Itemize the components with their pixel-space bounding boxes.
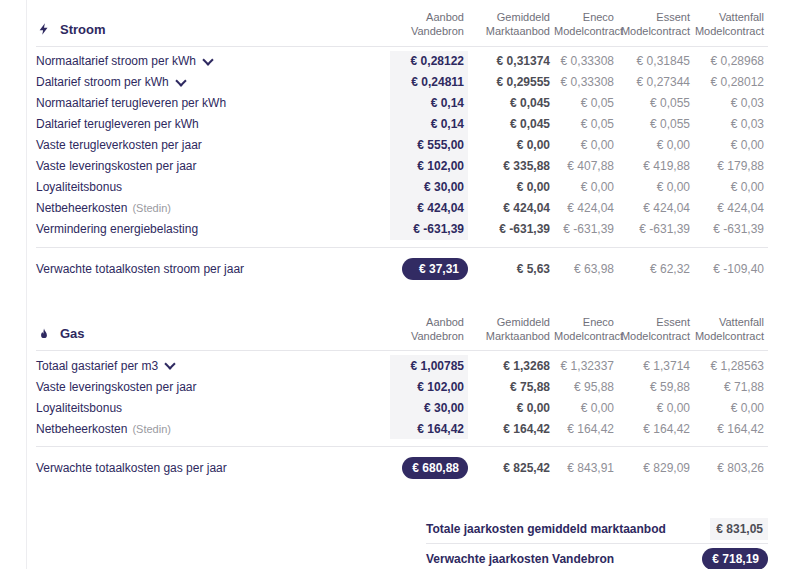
value-vattenfall: € 0,03 bbox=[694, 117, 768, 131]
total-vattenfall: € 803,26 bbox=[694, 461, 768, 475]
value-essent: € 0,00 bbox=[618, 138, 694, 152]
value-vattenfall: € 0,00 bbox=[694, 138, 768, 152]
table-row: Netbeheerkosten(Stedin) € 164,42 € 164,4… bbox=[36, 418, 768, 439]
value-eneco: € 95,88 bbox=[554, 380, 618, 394]
table-row: Loyaliteitsbonus € 30,00 € 0,00 € 0,00 €… bbox=[36, 177, 768, 198]
column-header-marktaanbod: GemiddeldMarktaanbod bbox=[468, 315, 554, 344]
value-vandebron: € 1,00785 bbox=[390, 355, 468, 376]
value-vandebron: € 102,00 bbox=[390, 156, 468, 177]
row-label-expandable[interactable]: Daltarief stroom per kWh bbox=[36, 75, 390, 89]
row-label-expandable[interactable]: Totaal gastarief per m3 bbox=[36, 359, 390, 373]
value-marktaanbod: € 424,04 bbox=[468, 201, 554, 215]
value-vandebron: € -631,39 bbox=[390, 219, 468, 240]
row-label: Loyaliteitsbonus bbox=[36, 401, 390, 415]
column-header-vandebron: AanbodVandebron bbox=[390, 315, 468, 344]
total-label: Verwachte totaalkosten gas per jaar bbox=[36, 461, 390, 475]
column-header-essent: EssentModelcontract bbox=[618, 315, 694, 344]
value-essent: € 1,3714 bbox=[618, 359, 694, 373]
column-header-vandebron: AanbodVandebron bbox=[390, 10, 468, 39]
section-gas: Gas AanbodVandebron GemiddeldMarktaanbod… bbox=[36, 311, 768, 490]
value-vattenfall: € 71,88 bbox=[694, 380, 768, 394]
gas-rows: Totaal gastarief per m3 € 1,00785 € 1,32… bbox=[36, 351, 768, 439]
value-essent: € 0,27344 bbox=[618, 75, 694, 89]
summary-row-vandebron: Verwachte jaarkosten Vandebron € 718,19 bbox=[426, 543, 768, 569]
table-row: Daltarief stroom per kWh € 0,24811 € 0,2… bbox=[36, 72, 768, 93]
value-vattenfall: € 0,28012 bbox=[694, 75, 768, 89]
column-header-vattenfall: VattenfallModelcontract bbox=[694, 315, 768, 344]
table-row: Loyaliteitsbonus € 30,00 € 0,00 € 0,00 €… bbox=[36, 397, 768, 418]
total-vandebron: € 680,88 bbox=[390, 457, 468, 479]
value-essent: € 164,42 bbox=[618, 422, 694, 436]
row-label: Vermindering energiebelasting bbox=[36, 222, 390, 236]
total-eneco: € 843,91 bbox=[554, 461, 618, 475]
chevron-down-icon[interactable] bbox=[164, 359, 175, 370]
chevron-down-icon[interactable] bbox=[202, 54, 213, 65]
row-note: (Stedin) bbox=[132, 423, 171, 435]
total-essent: € 62,32 bbox=[618, 262, 694, 276]
table-row: Normaaltarief terugleveren per kWh € 0,1… bbox=[36, 93, 768, 114]
chevron-down-icon[interactable] bbox=[175, 75, 186, 86]
value-vandebron: € 0,14 bbox=[390, 93, 468, 114]
value-marktaanbod: € 75,88 bbox=[468, 380, 554, 394]
summary-row-marktaanbod: Totale jaarkosten gemiddeld marktaanbod … bbox=[426, 514, 768, 543]
value-vattenfall: € 424,04 bbox=[694, 201, 768, 215]
stroom-rows: Normaaltarief stroom per kWh € 0,28122 €… bbox=[36, 47, 768, 240]
value-essent: € 0,055 bbox=[618, 96, 694, 110]
value-eneco: € 0,05 bbox=[554, 96, 618, 110]
row-note: (Stedin) bbox=[132, 202, 171, 214]
gas-title-cell: Gas bbox=[36, 326, 390, 343]
total-pill: € 37,31 bbox=[402, 258, 468, 280]
lightning-icon bbox=[36, 22, 51, 37]
total-eneco: € 63,98 bbox=[554, 262, 618, 276]
value-vandebron: € 424,04 bbox=[390, 198, 468, 219]
section-stroom: Stroom AanbodVandebron GemiddeldMarktaan… bbox=[36, 6, 768, 290]
summary-label: Totale jaarkosten gemiddeld marktaanbod bbox=[426, 522, 666, 536]
value-marktaanbod: € 0,00 bbox=[468, 138, 554, 152]
table-row: Daltarief terugleveren per kWh € 0,14 € … bbox=[36, 114, 768, 135]
value-essent: € 419,88 bbox=[618, 159, 694, 173]
row-label-expandable[interactable]: Normaaltarief stroom per kWh bbox=[36, 54, 390, 68]
stroom-header-row: Stroom AanbodVandebron GemiddeldMarktaan… bbox=[36, 6, 768, 47]
stroom-title-cell: Stroom bbox=[36, 22, 390, 39]
value-essent: € 0,31845 bbox=[618, 54, 694, 68]
value-essent: € -631,39 bbox=[618, 222, 694, 236]
total-vandebron: € 37,31 bbox=[390, 258, 468, 280]
value-essent: € 424,04 bbox=[618, 201, 694, 215]
value-vattenfall: € 0,00 bbox=[694, 401, 768, 415]
value-marktaanbod: € 335,88 bbox=[468, 159, 554, 173]
summary-label: Verwachte jaarkosten Vandebron bbox=[426, 552, 614, 566]
column-header-eneco: EnecoModelcontract bbox=[554, 10, 618, 39]
value-marktaanbod: € 1,3268 bbox=[468, 359, 554, 373]
row-label: Daltarief terugleveren per kWh bbox=[36, 117, 390, 131]
row-label: Vaste leveringskosten per jaar bbox=[36, 380, 390, 394]
table-row: Totaal gastarief per m3 € 1,00785 € 1,32… bbox=[36, 355, 768, 376]
value-marktaanbod: € -631,39 bbox=[468, 222, 554, 236]
table-row: Vermindering energiebelasting € -631,39 … bbox=[36, 219, 768, 240]
row-label: Netbeheerkosten(Stedin) bbox=[36, 422, 390, 436]
value-essent: € 0,00 bbox=[618, 401, 694, 415]
value-marktaanbod: € 0,29555 bbox=[468, 75, 554, 89]
value-essent: € 0,055 bbox=[618, 117, 694, 131]
value-eneco: € 0,00 bbox=[554, 180, 618, 194]
column-header-vattenfall: VattenfallModelcontract bbox=[694, 10, 768, 39]
section-title: Stroom bbox=[60, 22, 106, 37]
total-essent: € 829,09 bbox=[618, 461, 694, 475]
row-label: Normaaltarief terugleveren per kWh bbox=[36, 96, 390, 110]
total-pill: € 680,88 bbox=[402, 457, 468, 479]
table-row: Vaste terugleverkosten per jaar € 555,00… bbox=[36, 135, 768, 156]
value-essent: € 0,00 bbox=[618, 180, 694, 194]
comparison-page: Stroom AanbodVandebron GemiddeldMarktaan… bbox=[0, 0, 800, 569]
value-vattenfall: € 164,42 bbox=[694, 422, 768, 436]
value-eneco: € 164,42 bbox=[554, 422, 618, 436]
table-row: Vaste leveringskosten per jaar € 102,00 … bbox=[36, 376, 768, 397]
value-vandebron: € 164,42 bbox=[390, 418, 468, 439]
table-row: Netbeheerkosten(Stedin) € 424,04 € 424,0… bbox=[36, 198, 768, 219]
value-marktaanbod: € 0,00 bbox=[468, 401, 554, 415]
value-vandebron: € 0,24811 bbox=[390, 72, 468, 93]
row-label: Vaste terugleverkosten per jaar bbox=[36, 138, 390, 152]
total-label: Verwachte totaalkosten stroom per jaar bbox=[36, 262, 390, 276]
table-row: Normaaltarief stroom per kWh € 0,28122 €… bbox=[36, 51, 768, 72]
stroom-total-row: Verwachte totaalkosten stroom per jaar €… bbox=[36, 247, 768, 290]
value-marktaanbod: € 164,42 bbox=[468, 422, 554, 436]
value-vandebron: € 0,14 bbox=[390, 114, 468, 135]
